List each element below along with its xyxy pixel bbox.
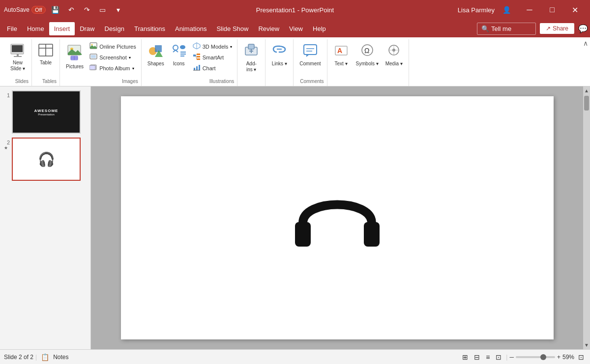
notes-button[interactable]: 📋 bbox=[39, 352, 51, 362]
status-divider-2: | bbox=[506, 354, 507, 361]
menu-home[interactable]: Home bbox=[22, 22, 49, 35]
zoom-plus-button[interactable]: + bbox=[557, 354, 560, 361]
svg-rect-40 bbox=[248, 44, 254, 49]
menu-design[interactable]: Design bbox=[100, 22, 129, 35]
links-button[interactable]: Links ▾ bbox=[268, 41, 290, 69]
presenter-view-icon[interactable]: ⊡ bbox=[493, 352, 504, 363]
menu-animations[interactable]: Animations bbox=[170, 22, 211, 35]
present-icon[interactable]: ▭ bbox=[96, 4, 110, 15]
fit-slide-button[interactable]: ⊡ bbox=[576, 352, 586, 362]
user-name: Lisa Parmley bbox=[458, 6, 495, 14]
svg-rect-17 bbox=[89, 65, 95, 70]
menu-transitions[interactable]: Transitions bbox=[129, 22, 170, 35]
ribbon-group-tables-content: Table bbox=[35, 39, 57, 78]
scroll-up-button[interactable]: ▲ bbox=[583, 86, 590, 95]
svg-rect-36 bbox=[196, 66, 198, 70]
maximize-button[interactable]: □ bbox=[541, 0, 563, 20]
comment-button[interactable]: Comment bbox=[296, 41, 324, 69]
addins-label: Add-ins ▾ bbox=[246, 61, 257, 73]
online-pictures-button[interactable]: Online Pictures bbox=[88, 41, 138, 52]
share-button[interactable]: ↗ Share bbox=[540, 23, 574, 34]
photo-album-button[interactable]: Photo Album ▾ bbox=[88, 63, 138, 74]
media-button[interactable]: Media ▾ bbox=[383, 41, 406, 69]
slide-2-thumbnail[interactable]: 🎧 bbox=[12, 138, 81, 181]
slide-2-number: 2 bbox=[2, 138, 10, 145]
ribbon-group-comments: Comment Comments bbox=[294, 39, 327, 86]
minimize-button[interactable]: ─ bbox=[518, 0, 541, 20]
smartart-icon bbox=[193, 53, 201, 62]
zoom-slider[interactable] bbox=[516, 356, 555, 358]
slide-1-thumbnail[interactable]: AWESOME Presentation bbox=[12, 90, 81, 134]
addins-icon bbox=[243, 43, 259, 60]
chart-button[interactable]: Chart bbox=[191, 63, 235, 74]
account-icon[interactable]: 👤 bbox=[500, 4, 513, 15]
scroll-thumb[interactable] bbox=[584, 96, 589, 111]
customize-icon[interactable]: ▾ bbox=[112, 4, 125, 15]
3d-models-button[interactable]: 3D Models ▾ bbox=[191, 41, 235, 52]
menu-bar: File Home Insert Draw Design Transitions… bbox=[0, 20, 590, 37]
new-slide-icon bbox=[10, 43, 26, 59]
canvas-area bbox=[91, 86, 583, 349]
autosave-toggle[interactable]: Off bbox=[31, 6, 45, 14]
notes-label[interactable]: Notes bbox=[53, 354, 68, 361]
slide-2-container: 2 ★ 🎧 bbox=[2, 138, 88, 181]
ribbon-group-addins-content: Add-ins ▾ bbox=[240, 39, 262, 83]
pictures-button[interactable]: Pictures bbox=[63, 41, 87, 72]
autosave-label: AutoSave bbox=[4, 6, 30, 13]
slide-sorter-icon[interactable]: ⊟ bbox=[472, 352, 482, 363]
menu-file[interactable]: File bbox=[2, 22, 22, 35]
scroll-down-button[interactable]: ▼ bbox=[583, 341, 590, 349]
svg-rect-28 bbox=[193, 55, 196, 56]
ribbon-collapse-button[interactable]: ∧ bbox=[583, 39, 588, 47]
reading-view-icon[interactable]: ≡ bbox=[483, 352, 492, 363]
slide-info: Slide 2 of 2 bbox=[4, 354, 33, 361]
3d-models-dropdown: ▾ bbox=[230, 45, 232, 49]
autosave-control[interactable]: AutoSave Off bbox=[4, 6, 46, 14]
chart-label: Chart bbox=[203, 65, 216, 71]
ribbon-group-comments-content: Comment bbox=[296, 39, 324, 78]
normal-view-icon[interactable]: ⊞ bbox=[460, 352, 471, 363]
title-bar-right: Lisa Parmley 👤 ─ □ ✕ bbox=[458, 0, 586, 20]
menu-insert[interactable]: Insert bbox=[49, 22, 75, 35]
svg-marker-45 bbox=[306, 55, 309, 57]
save-icon[interactable]: 💾 bbox=[49, 4, 62, 15]
redo-icon[interactable]: ↷ bbox=[80, 4, 94, 15]
close-button[interactable]: ✕ bbox=[563, 0, 586, 20]
menu-slideshow[interactable]: Slide Show bbox=[211, 22, 253, 35]
search-icon: 🔍 bbox=[481, 25, 489, 32]
status-bar-right: ⊞ ⊟ ≡ ⊡ | ─ + 59% ⊡ bbox=[460, 352, 586, 363]
symbols-button[interactable]: Ω Symbols ▾ bbox=[353, 41, 382, 69]
svg-rect-57 bbox=[364, 222, 380, 247]
tables-group-label: Tables bbox=[42, 78, 57, 86]
table-icon bbox=[38, 43, 54, 59]
ribbon-group-illustrations: Shapes Icons bbox=[142, 39, 238, 86]
ribbon-group-illustrations-content: Shapes Icons bbox=[145, 39, 235, 78]
zoom-thumb[interactable] bbox=[540, 354, 546, 360]
menu-help[interactable]: Help bbox=[308, 22, 331, 35]
new-slide-button[interactable]: NewSlide ▾ bbox=[7, 41, 29, 74]
addins-button[interactable]: Add-ins ▾ bbox=[240, 41, 262, 75]
photo-album-label: Photo Album bbox=[99, 65, 130, 71]
zoom-level[interactable]: 59% bbox=[562, 354, 574, 361]
undo-icon[interactable]: ↶ bbox=[64, 4, 78, 15]
tell-me-input[interactable]: 🔍 Tell me bbox=[477, 23, 536, 35]
menu-view[interactable]: View bbox=[284, 22, 308, 35]
text-label: Text ▾ bbox=[335, 61, 348, 67]
text-button[interactable]: A Text ▾ bbox=[330, 41, 352, 69]
slide-canvas[interactable] bbox=[121, 96, 554, 339]
menu-review[interactable]: Review bbox=[253, 22, 284, 35]
table-button[interactable]: Table bbox=[35, 41, 57, 68]
smartart-button[interactable]: SmartArt bbox=[191, 52, 235, 63]
table-label: Table bbox=[40, 60, 52, 66]
shapes-button[interactable]: Shapes bbox=[145, 41, 167, 69]
chat-icon[interactable]: 💬 bbox=[578, 24, 588, 33]
svg-rect-24 bbox=[180, 54, 186, 55]
ribbon-group-addins: Add-ins ▾ bbox=[237, 39, 266, 86]
icons-button[interactable]: Icons bbox=[168, 41, 190, 69]
status-divider-1: | bbox=[35, 354, 37, 361]
ribbon-group-links-content: Links ▾ bbox=[268, 39, 290, 83]
zoom-minus-button[interactable]: ─ bbox=[509, 354, 514, 361]
screenshot-label: Screenshot bbox=[99, 55, 127, 60]
screenshot-button[interactable]: Screenshot ▾ bbox=[88, 52, 138, 63]
menu-draw[interactable]: Draw bbox=[75, 22, 99, 35]
